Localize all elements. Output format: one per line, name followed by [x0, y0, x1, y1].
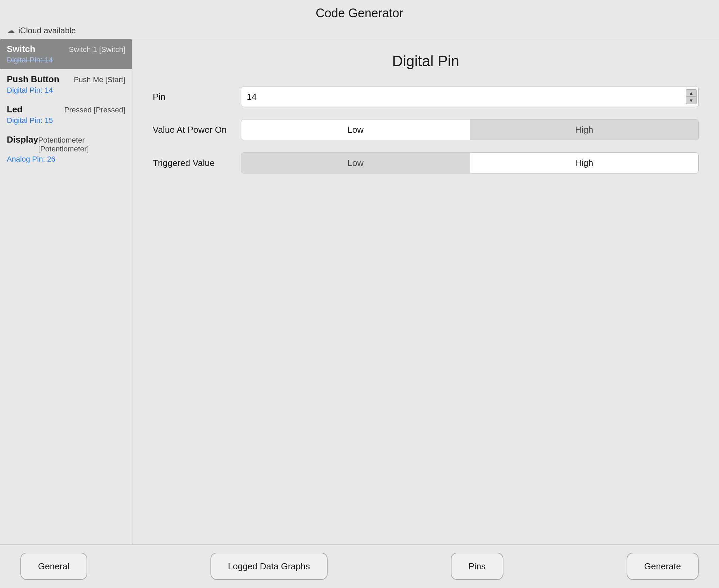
pins-button[interactable]: Pins: [451, 553, 503, 580]
sidebar-item-display-pin: Analog Pin: 26: [7, 155, 125, 164]
icloud-text: iCloud available: [18, 26, 76, 35]
sidebar-item-switch-header: Switch Switch 1 [Switch]: [7, 44, 125, 54]
sidebar-item-led-name: Led: [7, 104, 22, 115]
sidebar-item-led-pin: Digital Pin: 15: [7, 116, 125, 125]
pin-input[interactable]: [241, 87, 699, 107]
triggered-value-row: Triggered Value Low High: [153, 152, 699, 173]
sidebar-item-display-detail: Potentiometer [Potentiometer]: [38, 136, 126, 153]
cloud-icon: ☁: [7, 26, 15, 35]
pin-input-wrapper: ▲ ▼: [241, 87, 699, 107]
general-button[interactable]: General: [20, 553, 87, 580]
sidebar-item-switch-detail: Switch 1 [Switch]: [69, 45, 125, 54]
triggered-value-control: Low High: [241, 152, 699, 173]
sidebar-item-switch-pin: Digital Pin: 14: [7, 56, 125, 65]
sidebar-item-display-name: Display: [7, 134, 38, 145]
main-container: Switch Switch 1 [Switch] Digital Pin: 14…: [0, 39, 719, 544]
app-title: Code Generator: [0, 0, 719, 24]
value-at-power-on-label: Value At Power On: [153, 125, 241, 135]
icloud-bar: ☁ iCloud available: [0, 24, 719, 39]
sidebar-item-led-header: Led Pressed [Pressed]: [7, 104, 125, 115]
pin-stepper: ▲ ▼: [686, 89, 697, 104]
sidebar-item-switch[interactable]: Switch Switch 1 [Switch] Digital Pin: 14: [0, 39, 132, 69]
value-at-power-on-segmented: Low High: [241, 119, 699, 140]
sidebar-item-display-header: Display Potentiometer [Potentiometer]: [7, 134, 125, 153]
logged-data-graphs-button[interactable]: Logged Data Graphs: [210, 553, 328, 580]
sidebar-item-display[interactable]: Display Potentiometer [Potentiometer] An…: [0, 130, 132, 168]
sidebar-item-led-detail: Pressed [Pressed]: [64, 106, 125, 114]
sidebar-item-led[interactable]: Led Pressed [Pressed] Digital Pin: 15: [0, 99, 132, 130]
content-title: Digital Pin: [153, 53, 699, 70]
sidebar: Switch Switch 1 [Switch] Digital Pin: 14…: [0, 39, 132, 544]
pin-stepper-down[interactable]: ▼: [686, 97, 697, 104]
pin-label: Pin: [153, 92, 241, 102]
generate-button[interactable]: Generate: [627, 553, 699, 580]
triggered-value-segmented: Low High: [241, 152, 699, 173]
value-at-power-on-high[interactable]: High: [470, 120, 699, 140]
pin-stepper-up[interactable]: ▲: [686, 89, 697, 97]
bottom-toolbar: General Logged Data Graphs Pins Generate: [0, 544, 719, 588]
value-at-power-on-low[interactable]: Low: [241, 120, 470, 140]
sidebar-item-push-button-detail: Push Me [Start]: [74, 75, 125, 84]
value-at-power-on-control: Low High: [241, 119, 699, 140]
triggered-value-low[interactable]: Low: [241, 153, 470, 173]
content-area: Digital Pin Pin ▲ ▼ Value At Power On Lo…: [132, 39, 719, 544]
sidebar-item-push-button-name: Push Button: [7, 74, 59, 85]
triggered-value-label: Triggered Value: [153, 158, 241, 168]
sidebar-item-switch-name: Switch: [7, 44, 35, 54]
pin-row: Pin ▲ ▼: [153, 87, 699, 107]
triggered-value-high[interactable]: High: [470, 153, 699, 173]
sidebar-item-push-button-pin: Digital Pin: 14: [7, 86, 125, 95]
sidebar-item-push-button[interactable]: Push Button Push Me [Start] Digital Pin:…: [0, 69, 132, 99]
value-at-power-on-row: Value At Power On Low High: [153, 119, 699, 140]
pin-control: ▲ ▼: [241, 87, 699, 107]
sidebar-item-push-button-header: Push Button Push Me [Start]: [7, 74, 125, 85]
